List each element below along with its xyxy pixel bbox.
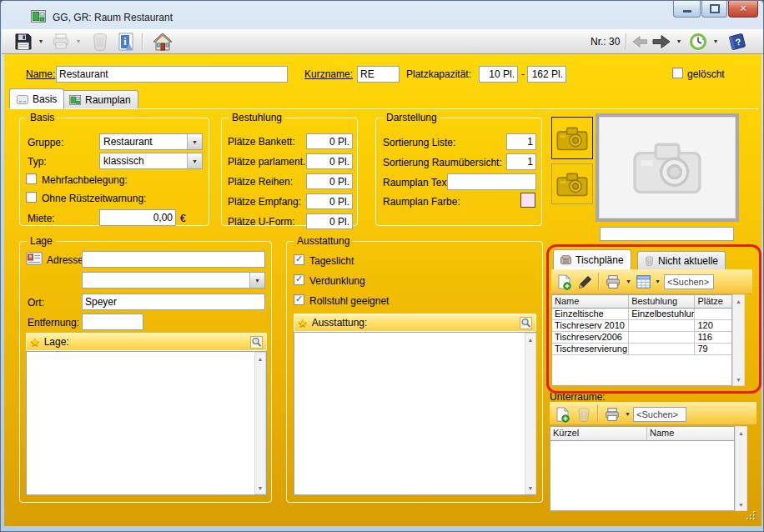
capacity-max-input[interactable] bbox=[527, 66, 566, 83]
unterraum-print-dropdown[interactable]: ▾ bbox=[623, 404, 632, 424]
chevron-down-icon[interactable]: ▾ bbox=[187, 134, 202, 149]
tischplan-grid-button[interactable] bbox=[634, 272, 652, 292]
ausstattung-scrollbar[interactable]: ▲ ▼ bbox=[525, 333, 536, 494]
unterraume-scrollbar[interactable]: ▲ ▼ bbox=[735, 426, 747, 511]
typ-select[interactable]: klassisch ▾ bbox=[99, 153, 203, 169]
column-header[interactable]: Name bbox=[552, 295, 629, 308]
rollstuhl-checkbox[interactable]: ✓ bbox=[294, 294, 304, 305]
mehrfachbelegung-checkbox[interactable] bbox=[26, 173, 37, 184]
table-row[interactable]: Tischreserv2006 116 bbox=[552, 332, 731, 344]
close-button[interactable]: ✕ bbox=[728, 1, 758, 18]
history-dropdown-button[interactable]: ▾ bbox=[711, 32, 721, 52]
scroll-up-icon[interactable]: ▲ bbox=[733, 295, 744, 307]
help-button[interactable]: ? bbox=[726, 32, 749, 52]
raumplan-farbe-swatch[interactable] bbox=[520, 193, 535, 208]
tab-raumplan[interactable]: Raumplan bbox=[62, 90, 138, 109]
ort-input[interactable] bbox=[82, 294, 265, 310]
photo-preview[interactable] bbox=[596, 113, 739, 222]
ausstattung-listbox[interactable] bbox=[294, 332, 536, 495]
save-dropdown-button[interactable]: ▾ bbox=[36, 32, 46, 52]
print-button[interactable] bbox=[49, 32, 73, 52]
history-button[interactable] bbox=[687, 32, 709, 52]
darstellung-group-title: Darstellung bbox=[383, 112, 440, 123]
plaetze-empfang-input[interactable] bbox=[306, 193, 353, 209]
tischplan-print-dropdown[interactable]: ▾ bbox=[624, 272, 633, 292]
tischplan-edit-button[interactable] bbox=[576, 272, 594, 292]
address-book-button[interactable] bbox=[26, 252, 43, 269]
plaetze-parlament-input[interactable] bbox=[306, 153, 353, 169]
scroll-up-icon[interactable]: ▲ bbox=[525, 334, 535, 345]
resize-grip[interactable] bbox=[747, 512, 757, 522]
table-row[interactable]: Tischreservierung 79 bbox=[552, 344, 731, 355]
unterraum-search-input[interactable] bbox=[633, 407, 686, 422]
lage-search-button[interactable] bbox=[250, 336, 263, 349]
lage-scrollbar[interactable]: ▲ ▼ bbox=[254, 352, 266, 494]
column-header[interactable]: Plätze bbox=[695, 295, 731, 308]
column-header[interactable]: Name bbox=[647, 427, 734, 440]
ruestzeit-checkbox[interactable] bbox=[26, 192, 37, 203]
minimize-button[interactable] bbox=[673, 1, 701, 18]
forward-dropdown-button[interactable]: ▾ bbox=[674, 32, 684, 52]
photo-thumb-1[interactable] bbox=[551, 117, 593, 159]
sortierung-raum-input[interactable] bbox=[506, 153, 536, 170]
maximize-button[interactable] bbox=[701, 1, 727, 18]
lage-listbox[interactable] bbox=[26, 351, 267, 495]
scroll-down-icon[interactable]: ▼ bbox=[733, 374, 744, 385]
close-icon: ✕ bbox=[739, 3, 746, 14]
forward-button[interactable] bbox=[651, 32, 672, 52]
caret-down-icon: ▾ bbox=[39, 38, 43, 45]
scroll-up-icon[interactable]: ▲ bbox=[255, 353, 265, 364]
scroll-down-icon[interactable]: ▼ bbox=[525, 482, 535, 494]
verdunklung-checkbox[interactable]: ✓ bbox=[294, 274, 304, 285]
home-button[interactable] bbox=[150, 32, 175, 52]
typ-value: klassisch bbox=[100, 155, 187, 167]
plaetze-uform-input[interactable] bbox=[306, 213, 353, 229]
info-button[interactable]: i bbox=[115, 32, 137, 52]
sortierung-liste-input[interactable] bbox=[506, 133, 536, 150]
scroll-up-icon[interactable]: ▲ bbox=[736, 427, 746, 439]
titlebar[interactable]: GG, GR: Raum Restaurant bbox=[1, 1, 763, 29]
plaetze-bankett-input[interactable] bbox=[306, 133, 353, 149]
raumplan-text-input[interactable] bbox=[447, 173, 536, 190]
capacity-min-input[interactable] bbox=[479, 66, 518, 83]
tischplaene-scrollbar[interactable]: ▲ ▼ bbox=[732, 294, 745, 386]
tischplan-add-button[interactable] bbox=[555, 272, 573, 292]
geloescht-checkbox[interactable] bbox=[672, 68, 683, 78]
delete-button[interactable] bbox=[88, 32, 112, 52]
tab-nicht-aktuelle[interactable]: Nicht aktuelle bbox=[637, 251, 726, 269]
tischplan-search-input[interactable] bbox=[664, 274, 714, 289]
unterraum-print-button[interactable] bbox=[602, 404, 622, 424]
print-dropdown-button[interactable]: ▾ bbox=[73, 32, 83, 52]
name-input[interactable] bbox=[56, 66, 288, 83]
scroll-down-icon[interactable]: ▼ bbox=[736, 499, 746, 510]
kurzname-input[interactable] bbox=[357, 66, 400, 83]
table-row[interactable]: Einzeltische Einzelbestuhlun bbox=[552, 309, 731, 320]
tischplan-print-button[interactable] bbox=[603, 272, 623, 292]
clock-icon bbox=[689, 33, 707, 51]
tab-basis[interactable]: Basis bbox=[9, 88, 64, 109]
adresse-select[interactable]: ▾ bbox=[82, 272, 265, 289]
unterraum-delete-button[interactable] bbox=[575, 404, 593, 424]
trash-icon bbox=[577, 407, 591, 422]
scroll-down-icon[interactable]: ▼ bbox=[255, 482, 265, 494]
back-button[interactable] bbox=[631, 32, 649, 52]
unterraum-add-button[interactable] bbox=[553, 404, 571, 424]
tischplan-grid-dropdown[interactable]: ▾ bbox=[653, 272, 662, 292]
adresse-input[interactable] bbox=[82, 251, 265, 268]
entfernung-input[interactable] bbox=[82, 314, 143, 330]
photo-thumb-2[interactable] bbox=[551, 163, 593, 204]
column-header[interactable]: Kürzel bbox=[550, 427, 647, 440]
tab-tischplaene[interactable]: Tischpläne bbox=[553, 249, 631, 269]
ausstattung-search-button[interactable] bbox=[520, 317, 532, 329]
table-row[interactable]: Tischreserv 2010 120 bbox=[552, 320, 731, 332]
save-button[interactable] bbox=[12, 32, 35, 52]
chevron-down-icon[interactable]: ▾ bbox=[249, 273, 264, 288]
photo-caption-input[interactable] bbox=[600, 227, 734, 241]
sortierung-liste-label: Sortierung Liste: bbox=[383, 137, 455, 148]
chevron-down-icon[interactable]: ▾ bbox=[187, 153, 202, 168]
plaetze-reihen-input[interactable] bbox=[306, 173, 353, 189]
gruppe-select[interactable]: Restaurant ▾ bbox=[99, 133, 203, 150]
tageslicht-checkbox[interactable]: ✓ bbox=[294, 254, 304, 265]
miete-input[interactable] bbox=[99, 209, 176, 226]
column-header[interactable]: Bestuhlung bbox=[629, 295, 695, 308]
